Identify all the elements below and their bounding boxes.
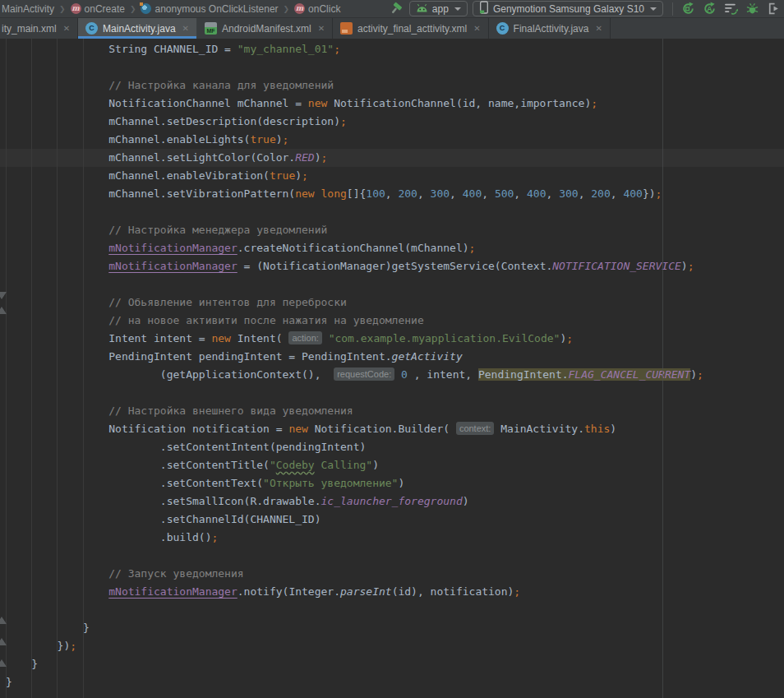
- code-line: mNotificationManager = (NotificationMana…: [0, 257, 784, 275]
- code-line: NotificationChannel mChannel = new Notif…: [0, 95, 784, 113]
- build-hammer-icon[interactable]: [382, 2, 409, 16]
- manifest-file-icon: MF: [205, 22, 217, 35]
- code-line: .setChannelId(CHANNEL_ID): [0, 511, 784, 529]
- phone-icon: [479, 1, 489, 16]
- code-line: String CHANNEL_ID = "my_channel_01";: [0, 40, 784, 58]
- code-line: });: [0, 637, 784, 655]
- code-line: (getApplicationContext(), requestCode: 0…: [0, 366, 784, 384]
- tab-activity-final-acttivity-xml[interactable]: activity_final_acttivity.xml✕: [333, 18, 489, 39]
- breadcrumb-separator-icon: ❯: [129, 5, 137, 13]
- breadcrumb-label: onCreate: [85, 3, 125, 15]
- code-line: mNotificationManager.createNotificationC…: [0, 239, 784, 257]
- code-line: // Настройка внешнего вида уведомления: [0, 402, 784, 420]
- fold-arrow-icon[interactable]: [0, 292, 7, 299]
- chevron-down-icon: [454, 7, 461, 11]
- breadcrumb-item-mainactivity[interactable]: MainActivity: [2, 3, 54, 15]
- code-line: [0, 58, 784, 76]
- device-dropdown[interactable]: Genymotion Samsung Galaxy S10: [473, 1, 663, 16]
- breadcrumb-item-oncreate[interactable]: monCreate: [71, 3, 125, 15]
- tab-label: MainActivity.java: [103, 23, 175, 35]
- toolbar-separator: [672, 2, 673, 16]
- fold-arrow-icon[interactable]: [0, 638, 7, 645]
- fold-arrow-icon[interactable]: [0, 617, 7, 624]
- java-class-icon: C: [496, 22, 509, 35]
- apply-code-changes-icon[interactable]: A: [699, 1, 720, 17]
- code-line: PendingIntent pendingIntent = PendingInt…: [0, 348, 784, 366]
- code-line: mChannel.enableVibration(true);: [0, 167, 784, 185]
- breadcrumb-label: anonymous OnClickListener: [154, 3, 278, 15]
- tab-label: FinalActtivity.java: [514, 23, 589, 35]
- device-label: Genymotion Samsung Galaxy S10: [493, 3, 644, 15]
- main-toolbar: MainActivity❯monCreate❯anonymous OnClick…: [0, 0, 784, 18]
- code-line: .setContentIntent(pendingIntent): [0, 438, 784, 456]
- code-line: [0, 384, 784, 402]
- code-line: }: [0, 673, 784, 691]
- code-line: mChannel.setDescription(description);: [0, 113, 784, 131]
- close-icon[interactable]: ✕: [472, 24, 480, 33]
- code-line: Intent intent = new Intent( action: "com…: [0, 330, 784, 348]
- code-line: mNotificationManager.notify(Integer.pars…: [0, 583, 784, 601]
- code-line: Notification notification = new Notifica…: [0, 420, 784, 438]
- close-icon[interactable]: ✕: [181, 24, 189, 33]
- code-editor[interactable]: String CHANNEL_ID = "my_channel_01"; // …: [0, 39, 784, 698]
- fold-arrow-icon[interactable]: [0, 659, 7, 667]
- code-line: // на новое активити после нажатия на ув…: [0, 312, 784, 330]
- breadcrumb: MainActivity❯monCreate❯anonymous OnClick…: [0, 3, 340, 15]
- code-line: mChannel.setVibrationPattern(new long[]{…: [0, 185, 784, 203]
- code-line: .setContentText("Открыть уведомление"): [0, 474, 784, 492]
- tab-finalacttivity-java[interactable]: CFinalActtivity.java✕: [489, 18, 611, 39]
- code-line: [0, 601, 784, 619]
- attach-debugger-icon[interactable]: [763, 1, 784, 17]
- breadcrumb-label: MainActivity: [2, 3, 54, 15]
- code-line: }: [0, 619, 784, 637]
- tab-label: activity_final_acttivity.xml: [357, 23, 467, 35]
- breadcrumb-item-anonymous-onclicklistener[interactable]: anonymous OnClickListener: [141, 3, 278, 15]
- fold-arrow-icon[interactable]: [0, 307, 7, 314]
- editor-tab-bar: ity_main.xml✕CMainActivity.java✕MFAndroi…: [0, 18, 784, 39]
- anonymous-class-icon: [141, 3, 151, 14]
- tab-mainactivity-java[interactable]: CMainActivity.java✕: [78, 18, 197, 39]
- code-line: // Запуск уведомления: [0, 565, 784, 583]
- code-line: // Настройка менеджера уведомлений: [0, 221, 784, 239]
- method-icon: m: [294, 3, 305, 14]
- xml-file-icon: [340, 22, 353, 35]
- close-icon[interactable]: ✕: [316, 24, 325, 33]
- code-line: }: [0, 655, 784, 673]
- close-icon[interactable]: ✕: [62, 24, 70, 33]
- close-icon[interactable]: ✕: [593, 24, 602, 33]
- run-config-dropdown[interactable]: app: [409, 1, 468, 16]
- code-line: // Настройка канала для уведомлений: [0, 76, 784, 95]
- android-icon: [416, 3, 428, 15]
- breadcrumb-label: onClick: [308, 3, 340, 15]
- breadcrumb-separator-icon: ❯: [283, 5, 291, 13]
- code-line: mChannel.enableLights(true);: [0, 131, 784, 149]
- code-line: .setSmallIcon(R.drawable.ic_launcher_for…: [0, 492, 784, 511]
- code-line: [0, 275, 784, 294]
- code-line: .setContentTitle("Codeby Calling"): [0, 456, 784, 474]
- chevron-down-icon: [650, 7, 657, 11]
- tab-label: ity_main.xml: [2, 23, 57, 35]
- code-line: [0, 203, 784, 221]
- tab-ity-main-xml[interactable]: ity_main.xml✕: [0, 18, 78, 39]
- tab-androidmanifest-xml[interactable]: MFAndroidManifest.xml✕: [197, 18, 333, 39]
- svg-text:A: A: [706, 5, 712, 13]
- code-line: .build();: [0, 529, 784, 547]
- code-line: mChannel.setLightColor(Color.RED);: [0, 149, 784, 167]
- debug-icon[interactable]: [741, 1, 763, 17]
- breadcrumb-separator-icon: ❯: [58, 5, 67, 13]
- run-config-label: app: [432, 3, 449, 15]
- java-class-icon: C: [85, 22, 98, 35]
- list-with-arrow-icon[interactable]: [720, 1, 741, 17]
- apply-changes-restart-icon[interactable]: [677, 1, 699, 17]
- tab-label: AndroidManifest.xml: [222, 23, 311, 35]
- code-line: // Обьявление интентов для переброски: [0, 294, 784, 312]
- code-line: [0, 547, 784, 565]
- method-icon: m: [71, 3, 81, 14]
- breadcrumb-item-onclick[interactable]: monClick: [294, 3, 340, 15]
